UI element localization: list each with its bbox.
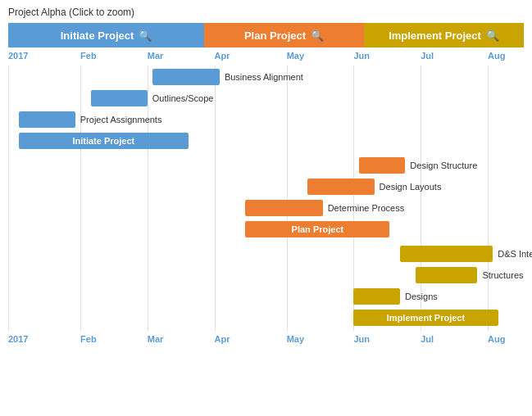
bottom-axis: 2017 Feb Mar Apr May Jun Jul Aug	[8, 334, 524, 349]
gantt-row-design-structure: Design Structure	[8, 154, 524, 175]
bar-label-design-layouts: Design Layouts	[380, 182, 442, 192]
legend-implement-label: Implement Project	[389, 29, 481, 42]
bar-business-alignment[interactable]: Business Alignment	[152, 69, 220, 85]
gantt-row-implement-project: Implement Project	[8, 306, 524, 331]
search-icon-initiate: 🔍	[139, 29, 152, 42]
axis-top-jun: Jun	[353, 51, 370, 61]
bar-design-layouts[interactable]: Design Layouts	[307, 179, 375, 195]
legend-initiate[interactable]: Initiate Project 🔍	[8, 23, 204, 47]
axis-top-apr: Apr	[215, 51, 230, 61]
bar-label-implement-project: Implement Project	[387, 313, 465, 323]
bar-initiate-project[interactable]: Initiate Project	[19, 133, 189, 149]
axis-top-feb: Feb	[80, 51, 97, 61]
legend-initiate-label: Initiate Project	[61, 29, 134, 42]
bar-label-business-alignment: Business Alignment	[225, 72, 303, 82]
axis-bottom-apr: Apr	[215, 334, 230, 344]
gantt-row-outlines-scope: Outlines/Scope	[8, 87, 524, 108]
gantt-row-ds-integration: D&S Integration	[8, 242, 524, 264]
axis-top-mar: Mar	[148, 51, 164, 61]
legend-plan[interactable]: Plan Project 🔍	[204, 23, 364, 47]
gantt-row-plan-project: Plan Project	[8, 218, 524, 242]
gantt-row-initiate-project: Initiate Project	[8, 129, 524, 154]
bar-plan-project[interactable]: Plan Project	[245, 221, 389, 237]
gantt-row-design-layouts: Design Layouts	[8, 175, 524, 197]
axis-bottom-mar: Mar	[148, 334, 164, 344]
bar-label-designs: Designs	[405, 292, 438, 301]
bar-project-assignments[interactable]: Project Assignments	[19, 111, 75, 128]
bar-label-structures: Structures	[482, 270, 523, 280]
bar-label-initiate-project: Initiate Project	[72, 136, 134, 146]
bar-label-ds-integration: D&S Integration	[498, 249, 532, 259]
bar-determine-process[interactable]: Determine Process	[245, 200, 322, 216]
axis-top-jul: Jul	[421, 51, 434, 61]
search-icon-implement: 🔍	[486, 29, 499, 42]
axis-bottom-may: May	[287, 334, 304, 344]
bar-label-project-assignments: Project Assignments	[80, 115, 162, 124]
gantt-row-business-alignment: Business Alignment	[8, 66, 524, 87]
legend-row: Initiate Project 🔍 Plan Project 🔍 Implem…	[8, 23, 524, 47]
gantt-row-designs: Designs	[8, 285, 524, 306]
gantt-row-structures: Structures	[8, 264, 524, 285]
bar-label-plan-project: Plan Project	[292, 224, 344, 234]
bar-label-determine-process: Determine Process	[328, 203, 405, 213]
bar-ds-integration[interactable]: D&S Integration	[400, 246, 493, 262]
gantt-area: Business Alignment Outlines/Scope Projec…	[8, 66, 524, 331]
bar-designs[interactable]: Designs	[353, 288, 400, 305]
search-icon-plan: 🔍	[311, 29, 324, 42]
chart-title[interactable]: Project Alpha (Click to zoom)	[8, 7, 524, 18]
legend-implement[interactable]: Implement Project 🔍	[364, 23, 524, 47]
axis-bottom-jun: Jun	[353, 334, 370, 344]
bar-design-structure[interactable]: Design Structure	[359, 157, 406, 174]
axis-bottom-feb: Feb	[80, 334, 97, 344]
bar-structures[interactable]: Structures	[416, 267, 477, 283]
axis-bottom-aug: Aug	[488, 334, 505, 344]
axis-top-aug: Aug	[488, 51, 505, 61]
bar-implement-project[interactable]: Implement Project	[353, 310, 498, 326]
chart-container: Project Alpha (Click to zoom) Initiate P…	[0, 0, 532, 355]
bar-outlines-scope[interactable]: Outlines/Scope	[91, 90, 148, 106]
top-axis: 2017 Feb Mar Apr May Jun Jul Aug	[8, 51, 524, 66]
axis-top-may: May	[287, 51, 304, 61]
axis-bottom-2017: 2017	[8, 334, 28, 344]
axis-top-2017: 2017	[8, 51, 28, 61]
gantt-row-project-assignments: Project Assignments	[8, 108, 524, 129]
legend-plan-label: Plan Project	[244, 29, 306, 42]
bar-label-outlines-scope: Outlines/Scope	[152, 93, 214, 103]
axis-bottom-jul: Jul	[421, 334, 434, 344]
bar-label-design-structure: Design Structure	[410, 161, 477, 170]
gantt-row-determine-process: Determine Process	[8, 197, 524, 218]
